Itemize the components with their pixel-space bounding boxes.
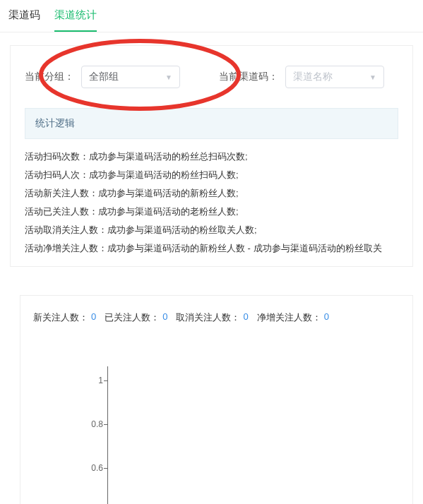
stat-new-follow: 新关注人数： 0 <box>33 311 96 324</box>
logic-line: 活动扫码人次：成功参与渠道码活动的粉丝扫码人数; <box>25 166 398 184</box>
logic-box: 统计逻辑 活动扫码次数：成功参与渠道码活动的粉丝总扫码次数; 活动扫码人次：成功… <box>25 108 398 266</box>
channel-label: 当前渠道码： <box>219 71 278 83</box>
filter-row: 当前分组： 全部组 ▼ 当前渠道码： 渠道名称 ▼ <box>25 66 398 88</box>
stat-net-follow: 净增关注人数： 0 <box>257 311 329 324</box>
chart: 1 0.8 0.6 <box>33 366 400 504</box>
y-tick-label: 0.8 <box>86 419 103 429</box>
logic-line: 活动已关注人数：成功参与渠道码活动的老粉丝人数; <box>25 203 398 221</box>
chevron-down-icon: ▼ <box>369 73 376 81</box>
logic-body: 活动扫码次数：成功参与渠道码活动的粉丝总扫码次数; 活动扫码人次：成功参与渠道码… <box>25 139 398 266</box>
stat-already-follow: 已关注人数： 0 <box>105 311 167 324</box>
stat-label: 取消关注人数： <box>176 311 240 324</box>
stat-value: 0 <box>243 311 248 324</box>
channel-select[interactable]: 渠道名称 ▼ <box>285 66 384 88</box>
chevron-down-icon: ▼ <box>165 73 172 81</box>
stat-value: 0 <box>324 311 329 324</box>
y-tick-mark <box>104 380 107 381</box>
logic-line: 活动净增关注人数：成功参与渠道码活动的新粉丝人数 - 成功参与渠道码活动的粉丝取… <box>25 239 398 258</box>
logic-line: 活动新关注人数：成功参与渠道码活动的新粉丝人数; <box>25 184 398 203</box>
y-tick-mark <box>104 468 107 469</box>
tab-channel-code[interactable]: 渠道码 <box>8 0 40 32</box>
stats-summary: 新关注人数： 0 已关注人数： 0 取消关注人数： 0 净增关注人数： 0 <box>33 311 400 324</box>
group-select[interactable]: 全部组 ▼ <box>81 66 180 88</box>
y-tick-mark <box>104 424 107 425</box>
logic-line: 活动取消关注人数：成功参与渠道码活动的粉丝取关人数; <box>25 221 398 239</box>
logic-header: 统计逻辑 <box>25 108 398 139</box>
tabs: 渠道码 渠道统计 <box>0 0 423 32</box>
main-card: 当前分组： 全部组 ▼ 当前渠道码： 渠道名称 ▼ 统计逻辑 活动扫码次数：成功… <box>10 45 413 267</box>
y-tick-label: 1 <box>86 376 103 385</box>
stat-label: 新关注人数： <box>33 311 88 324</box>
stat-label: 净增关注人数： <box>257 311 321 324</box>
group-label: 当前分组： <box>25 71 74 83</box>
stat-label: 已关注人数： <box>105 311 160 324</box>
stats-box: 新关注人数： 0 已关注人数： 0 取消关注人数： 0 净增关注人数： 0 1 … <box>20 295 413 504</box>
stat-value: 0 <box>162 311 167 324</box>
y-tick-label: 0.6 <box>86 463 103 473</box>
stat-unfollow: 取消关注人数： 0 <box>176 311 248 324</box>
channel-select-placeholder: 渠道名称 <box>293 71 333 83</box>
tab-channel-stats[interactable]: 渠道统计 <box>54 0 97 32</box>
logic-line: 活动扫码次数：成功参与渠道码活动的粉丝总扫码次数; <box>25 148 398 166</box>
chart-y-axis <box>107 366 108 504</box>
stat-value: 0 <box>91 311 96 324</box>
group-select-value: 全部组 <box>89 71 119 83</box>
